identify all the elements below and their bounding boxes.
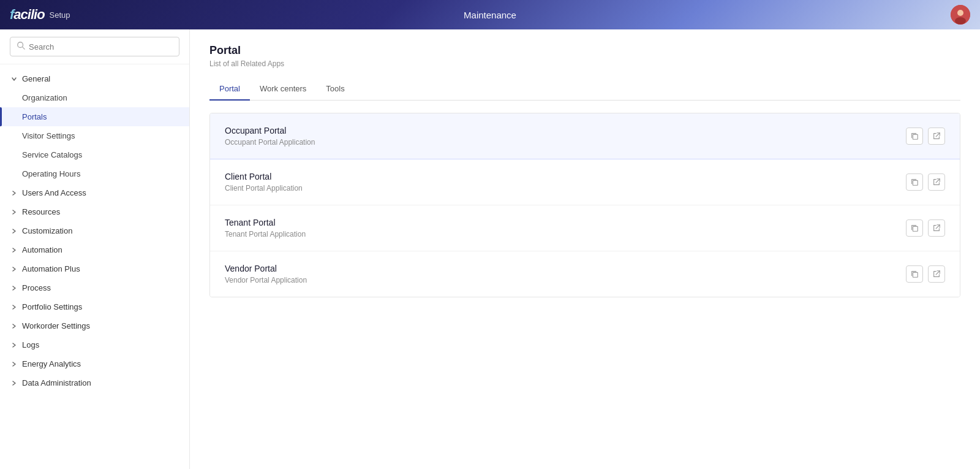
nav-group-workorder-settings: Workorder Settings <box>0 316 189 335</box>
tabs: PortalWork centersTools <box>209 78 960 101</box>
nav-group-header-general[interactable]: General <box>0 69 189 88</box>
portal-card-name-client-portal: Client Portal <box>225 172 906 181</box>
nav-group-children-general: OrganizationPortalsVisitor SettingsServi… <box>0 88 189 183</box>
nav-group-automation-plus: Automation Plus <box>0 259 189 278</box>
nav-group-header-customization[interactable]: Customization <box>0 221 189 240</box>
external-link-icon-client-portal[interactable] <box>928 173 945 191</box>
portal-card-actions-client-portal <box>906 173 945 191</box>
page-header-title: Maintenance <box>464 10 516 20</box>
chevron-down-icon <box>10 75 18 83</box>
copy-icon-client-portal[interactable] <box>906 173 923 191</box>
chevron-right-icon <box>10 379 18 387</box>
search-container[interactable] <box>10 37 179 56</box>
brand-area: facilio Setup <box>10 7 70 23</box>
svg-line-6 <box>936 133 940 137</box>
copy-icon-occupant-portal[interactable] <box>906 128 923 145</box>
sidebar-nav: GeneralOrganizationPortalsVisitor Settin… <box>0 64 189 469</box>
search-input[interactable] <box>29 42 173 51</box>
chevron-right-icon <box>10 265 18 273</box>
svg-line-8 <box>936 179 940 183</box>
nav-group-header-logs[interactable]: Logs <box>0 335 189 354</box>
chevron-right-icon <box>10 284 18 292</box>
portal-card-client-portal[interactable]: Client PortalClient Portal Application <box>210 159 960 205</box>
svg-line-4 <box>23 47 25 50</box>
chevron-right-icon <box>10 341 18 349</box>
chevron-right-icon <box>10 303 18 311</box>
nav-group-logs: Logs <box>0 335 189 354</box>
avatar[interactable] <box>951 5 970 25</box>
external-link-icon-tenant-portal[interactable] <box>928 219 945 237</box>
sidebar-item-service-catalogs[interactable]: Service Catalogs <box>0 145 189 164</box>
nav-group-users-and-access: Users And Access <box>0 183 189 202</box>
svg-line-10 <box>936 225 940 229</box>
page-subtitle: List of all Related Apps <box>209 59 960 68</box>
chevron-right-icon <box>10 208 18 216</box>
nav-group-label-users-and-access: Users And Access <box>22 188 86 197</box>
sidebar-item-portals[interactable]: Portals <box>0 107 189 126</box>
sidebar-item-operating-hours[interactable]: Operating Hours <box>0 164 189 183</box>
page-title: Portal <box>209 44 960 57</box>
nav-group-label-automation: Automation <box>22 245 62 254</box>
portal-card-info-tenant-portal: Tenant PortalTenant Portal Application <box>225 218 906 238</box>
portal-card-actions-occupant-portal <box>906 128 945 145</box>
chevron-right-icon <box>10 189 18 197</box>
nav-group-label-workorder-settings: Workorder Settings <box>22 321 90 330</box>
sidebar-item-visitor-settings[interactable]: Visitor Settings <box>0 126 189 145</box>
nav-group-header-process[interactable]: Process <box>0 278 189 297</box>
external-link-icon-vendor-portal[interactable] <box>928 265 945 283</box>
svg-rect-11 <box>913 272 918 277</box>
search-wrap <box>0 29 189 64</box>
portal-card-vendor-portal[interactable]: Vendor PortalVendor Portal Application <box>210 251 960 297</box>
nav-group-header-users-and-access[interactable]: Users And Access <box>0 183 189 202</box>
chevron-right-icon <box>10 322 18 330</box>
svg-point-1 <box>957 10 963 16</box>
search-icon <box>17 41 25 52</box>
portal-card-info-client-portal: Client PortalClient Portal Application <box>225 172 906 193</box>
portal-card-name-vendor-portal: Vendor Portal <box>225 264 906 273</box>
portal-cards-container: Occupant PortalOccupant Portal Applicati… <box>209 113 960 297</box>
portal-card-desc-tenant-portal: Tenant Portal Application <box>225 230 906 238</box>
svg-rect-5 <box>913 134 918 139</box>
main-layout: GeneralOrganizationPortalsVisitor Settin… <box>0 29 980 469</box>
portal-card-info-vendor-portal: Vendor PortalVendor Portal Application <box>225 264 906 284</box>
nav-group-label-automation-plus: Automation Plus <box>22 264 80 273</box>
portal-card-name-tenant-portal: Tenant Portal <box>225 218 906 227</box>
nav-group-header-resources[interactable]: Resources <box>0 202 189 221</box>
portal-card-tenant-portal[interactable]: Tenant PortalTenant Portal Application <box>210 205 960 251</box>
chevron-right-icon <box>10 360 18 368</box>
svg-point-2 <box>955 17 966 25</box>
portal-card-desc-client-portal: Client Portal Application <box>225 184 906 193</box>
nav-group-process: Process <box>0 278 189 297</box>
logo: facilio <box>10 7 45 23</box>
external-link-icon-occupant-portal[interactable] <box>928 128 945 145</box>
nav-group-energy-analytics: Energy Analytics <box>0 354 189 373</box>
svg-rect-9 <box>913 226 918 231</box>
nav-group-header-data-administration[interactable]: Data Administration <box>0 373 189 392</box>
nav-group-label-energy-analytics: Energy Analytics <box>22 359 81 368</box>
copy-icon-tenant-portal[interactable] <box>906 219 923 237</box>
nav-group-label-customization: Customization <box>22 226 72 235</box>
topbar: facilio Setup Maintenance <box>0 0 980 29</box>
nav-group-header-automation-plus[interactable]: Automation Plus <box>0 259 189 278</box>
nav-group-label-general: General <box>22 74 50 83</box>
nav-group-header-workorder-settings[interactable]: Workorder Settings <box>0 316 189 335</box>
content-area: Portal List of all Related Apps PortalWo… <box>190 29 980 469</box>
tab-portal[interactable]: Portal <box>209 78 250 101</box>
portal-card-info-occupant-portal: Occupant PortalOccupant Portal Applicati… <box>225 126 906 147</box>
portal-card-desc-occupant-portal: Occupant Portal Application <box>225 138 906 147</box>
nav-group-label-resources: Resources <box>22 207 60 216</box>
sidebar-item-organization[interactable]: Organization <box>0 88 189 107</box>
nav-group-label-logs: Logs <box>22 340 39 349</box>
tab-work-centers[interactable]: Work centers <box>250 78 316 101</box>
nav-group-label-data-administration: Data Administration <box>22 378 91 387</box>
portal-card-name-occupant-portal: Occupant Portal <box>225 126 906 135</box>
nav-group-label-portfolio-settings: Portfolio Settings <box>22 302 82 311</box>
nav-group-header-portfolio-settings[interactable]: Portfolio Settings <box>0 297 189 316</box>
nav-group-header-energy-analytics[interactable]: Energy Analytics <box>0 354 189 373</box>
nav-group-data-administration: Data Administration <box>0 373 189 392</box>
nav-group-portfolio-settings: Portfolio Settings <box>0 297 189 316</box>
copy-icon-vendor-portal[interactable] <box>906 265 923 283</box>
portal-card-occupant-portal[interactable]: Occupant PortalOccupant Portal Applicati… <box>210 113 960 159</box>
tab-tools[interactable]: Tools <box>316 78 354 101</box>
nav-group-header-automation[interactable]: Automation <box>0 240 189 259</box>
